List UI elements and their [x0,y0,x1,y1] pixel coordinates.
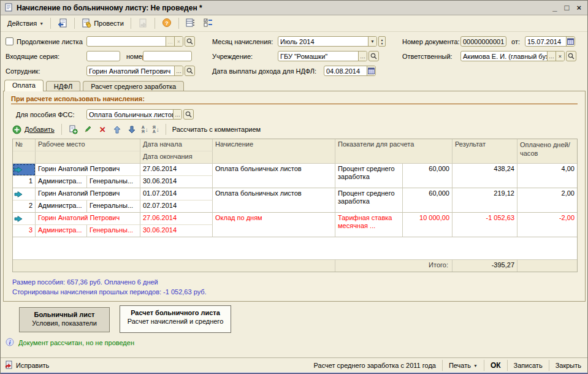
row-date-end[interactable]: 30.06.2014 [140,176,213,188]
sort-asc-button[interactable]: АЯ ↓ [142,125,148,134]
avg-earnings-button[interactable]: Расчет среднего заработка с 2011 года [308,360,442,371]
row-department[interactable]: Администра... [36,200,87,213]
row-accrual[interactable]: Оплата больничных листов [213,188,335,213]
dropdown-icon[interactable]: ▼ [368,37,376,46]
column-header-accrual[interactable]: Начисление [213,139,335,164]
edit-row-button[interactable] [83,124,93,135]
responsible-field[interactable]: Акимова Е. И. (главный бухга … × [460,51,565,61]
column-header-number[interactable]: № [13,139,36,151]
fss-field[interactable]: Оплата больничных листов … [86,109,182,120]
copy-row-button[interactable] [68,124,78,135]
row-number[interactable]: 1 [13,176,36,188]
tab-sick-leave-calculation[interactable]: Расчет больничного листа Расчет начислен… [120,305,231,333]
column-header-indicators[interactable]: Показатели для расчета [335,139,452,164]
close-button[interactable]: × [576,3,581,12]
row-accrual[interactable]: Оплата больничных листов [213,164,335,188]
sort-desc-button[interactable]: ЯА ↓ [153,125,159,134]
row-indicator[interactable]: Тарифная ставка месячная ... [335,213,403,237]
column-header-paid[interactable]: Оплачено дней/часов [517,139,577,164]
row-marker-cell[interactable] [13,188,36,200]
doc-number-field[interactable]: 00000000001 [460,36,506,47]
row-marker-cell[interactable] [13,164,36,176]
tab-avg-earnings[interactable]: Расчет среднего заработка [83,81,184,91]
row-date-start[interactable]: 27.06.2014 [140,164,213,176]
post-document-button[interactable]: Провести [78,17,128,31]
ellipsis-button[interactable]: … [547,52,556,61]
list-settings-button[interactable] [200,17,216,30]
move-down-button[interactable] [127,124,137,135]
ellipsis-button[interactable]: … [173,110,181,119]
organization-search-button[interactable] [368,51,379,61]
row-position[interactable]: Генеральны... [87,176,140,188]
row-number[interactable]: 2 [13,200,36,213]
row-marker-cell[interactable] [13,213,36,225]
close-window-button[interactable]: Закрыть [549,360,587,371]
tab-sick-leave[interactable]: Больничный лист Условия, показатели [19,307,110,332]
save-button[interactable]: Записать [507,360,549,371]
employee-field[interactable]: Горин Анатолий Петрович … [86,66,183,76]
table-settings-button[interactable] [182,17,199,30]
table-empty-area[interactable] [13,237,577,259]
ok-button[interactable]: ОК [484,360,507,371]
row-date-start[interactable]: 27.06.2014 [140,213,213,225]
month-spinner[interactable]: ▲ ▼ [378,36,386,47]
row-department[interactable]: Администра... [36,225,87,237]
calc-with-comment-button[interactable]: Рассчитать с комментарием [172,126,261,133]
continuation-search-button[interactable] [185,36,195,47]
save-document-button[interactable] [54,17,71,31]
spin-down-icon[interactable]: ▼ [381,42,384,45]
help-button[interactable]: ? [158,16,175,31]
row-position[interactable]: Генеральны... [87,225,140,237]
row-date-end[interactable]: 02.07.2014 [140,200,213,213]
column-header-date-end[interactable]: Дата окончания [140,151,213,164]
delete-row-button[interactable]: ✕ [97,124,108,135]
move-up-button[interactable] [112,124,123,135]
row-indicator-value[interactable]: 60,000 [403,188,452,213]
row-paid[interactable]: 2,00 [517,188,577,213]
continuation-checkbox[interactable] [6,37,13,45]
calendar-icon[interactable] [367,66,375,75]
ndfl-date-field[interactable]: 04.08.2014 [324,66,376,76]
post-and-close-button[interactable] [134,17,151,31]
column-header-workplace[interactable]: Рабочее место [36,139,140,151]
fss-search-button[interactable] [183,109,194,120]
row-result[interactable]: -1 052,63 [452,213,517,237]
ellipsis-button[interactable]: … [166,37,174,46]
continuation-field[interactable]: … × [86,36,183,47]
row-date-start[interactable]: 01.07.2014 [140,188,213,200]
doc-date-field[interactable]: 15.07.2014 [525,36,575,47]
incoming-number-field[interactable] [143,51,192,61]
row-employee-name[interactable]: Горин Анатолий Петрович [36,164,140,176]
fix-button[interactable]: Исправить [16,362,49,369]
row-indicator-value[interactable]: 60,000 [403,164,452,188]
row-paid[interactable]: -2,00 [517,213,577,237]
column-header-date-start[interactable]: Дата начала [140,139,213,151]
row-employee-name[interactable]: Горин Анатолий Петрович [36,188,140,200]
clear-icon[interactable]: × [174,37,183,46]
employee-search-button[interactable] [185,66,195,76]
row-indicator-value[interactable]: 10 000,00 [403,213,452,237]
incoming-series-field[interactable] [86,51,120,61]
tab-ndfl[interactable]: НДФЛ [46,81,80,91]
row-number[interactable]: 3 [13,225,36,237]
add-row-button[interactable]: Добавить [11,124,55,135]
row-paid[interactable]: 4,00 [517,164,577,188]
responsible-search-button[interactable] [566,51,576,61]
month-field[interactable]: Июль 2014 ▼ [278,36,377,47]
row-position[interactable]: Генеральны... [87,200,140,213]
row-result[interactable]: 219,12 [452,188,517,213]
row-result[interactable]: 438,24 [452,164,517,188]
tab-oplata[interactable]: Оплата [4,80,44,91]
column-header-result[interactable]: Результат [452,139,517,164]
row-employee-name[interactable]: Горин Анатолий Петрович [36,213,140,225]
row-department[interactable]: Администра... [36,176,87,188]
calendar-icon[interactable] [566,37,575,46]
maximize-button[interactable]: □ [565,3,570,12]
row-indicator[interactable]: Процент среднего заработка [335,188,403,213]
ellipsis-button[interactable]: … [358,52,367,61]
print-button[interactable]: Печать▼ [442,360,484,371]
ellipsis-button[interactable]: … [174,66,183,75]
minimize-button[interactable]: _ [552,3,557,12]
row-accrual[interactable]: Оклад по дням [213,213,335,237]
organization-field[interactable]: ГБУ "Ромашки" … [278,51,367,61]
